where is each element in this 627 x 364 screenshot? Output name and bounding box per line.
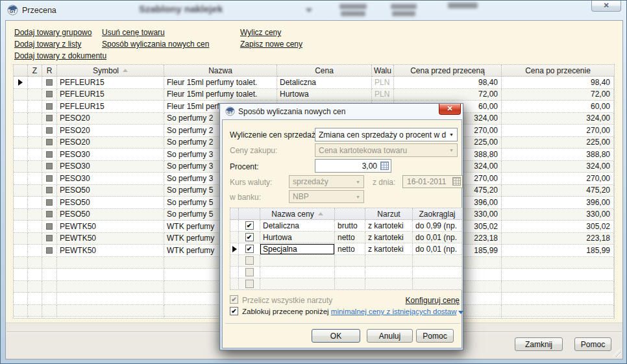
price-header-nazwa-label: Nazwa ceny [271,210,314,219]
header-symbol[interactable]: Symbol [57,65,164,77]
row-status-icon [46,151,53,158]
price-row-checkbox-cell: ✔ [239,243,260,255]
row-marker-cell [14,221,28,233]
link-dodaj-towary-grupowo[interactable]: Dodaj towary grupowo [14,27,106,38]
z-dnia-value: 16-01-2011 [407,177,447,186]
pomoc-button[interactable]: Pomoc [574,337,611,351]
link-usun-cene-towaru[interactable]: Usuń cenę towaru [102,27,209,38]
ok-button[interactable]: OK [312,329,360,343]
price-cell-narzut: z kartoteki [365,220,413,232]
window-close-button[interactable]: ✕ [591,1,621,12]
price-header-zaokraglaj[interactable]: Zaokrąglaj [413,208,461,220]
cell-r [42,77,57,89]
row-status-icon [46,103,53,110]
header-waluta[interactable]: Walu [372,65,394,77]
price-checkbox-disabled [245,268,254,276]
price-cell-zaokraglaj: do 0,99 (np. [413,220,461,232]
zamknij-button[interactable]: Zamknij [515,337,563,351]
cell-waluta: PLN [372,89,394,101]
empty-cell [502,293,614,305]
header-cena-po[interactable]: Cena po przecenie [502,65,614,77]
price-cell-nazwa [260,243,335,255]
price-checkbox[interactable]: ✔ [245,245,254,253]
sort-ascending-icon [318,212,323,215]
empty-cell [239,267,260,278]
dialog-titlebar[interactable]: GT Sposób wyliczania nowych cen ✕ [220,104,463,119]
wyliczenie-combobox[interactable]: Zmiana cen sprzedaży o procent w dół ▼ [315,128,458,141]
cell-symbol: PESO50 [57,185,164,197]
app-icon-gt: GT [7,5,18,16]
row-marker-cell [14,89,28,101]
procent-label: Procent: [230,162,259,171]
link-wylicz-ceny[interactable]: Wylicz ceny [240,27,302,38]
link-dodaj-towary-z-listy[interactable]: Dodaj towary z listy [14,38,106,50]
current-row-marker-icon [232,246,237,252]
table-row[interactable]: PEFLEUR15Fleur 15ml perfumy toalet.Hurto… [14,89,614,101]
row-marker-cell [14,197,28,209]
calculator-icon[interactable] [380,162,389,170]
cell-cena-po: 388,80 [502,149,614,161]
row-status-icon [46,139,53,145]
minimalna-cena-link[interactable]: minimalnej ceny z istniejących dostaw [331,308,457,315]
cell-symbol: PESO50 [57,209,164,221]
price-cell-narzut: z kartoteki [365,243,413,255]
close-icon: ✕ [603,1,609,9]
header-cena-przed[interactable]: Cena przed przeceną [394,65,502,77]
header-r[interactable]: R [42,65,57,77]
row-status-icon [46,199,53,206]
price-checkbox[interactable]: ✔ [245,233,254,241]
empty-cell [57,317,164,319]
cell-symbol: PEWTK50 [57,221,164,233]
chevron-down-icon[interactable] [458,311,463,314]
dialog-pomoc-button[interactable]: Pomoc [416,329,454,343]
link-column-1: Dodaj towary grupowo Dodaj towary z list… [14,27,106,62]
cell-cena-po: 72,00 [502,89,614,101]
cell-cena: Detaliczna [277,77,372,89]
link-zapisz-nowe-ceny[interactable]: Zapisz nowe ceny [240,38,302,50]
price-checkbox[interactable]: ✔ [245,221,254,230]
header-nazwa[interactable]: Nazwa [164,65,277,77]
kurs-waluty-label: Kurs waluty: [230,178,272,187]
cell-cena-po: 60,00 [502,101,614,113]
price-cell-mode: netto [335,243,365,255]
zablokuj-checkbox[interactable]: ✔ [230,307,238,315]
chevron-down-icon: ▼ [446,148,457,152]
header-cena[interactable]: Cena [277,65,372,77]
zablokuj-label: Zablokuj przecenę poniżej minimalnej cen… [242,308,463,315]
resize-grip[interactable] [612,348,621,357]
dialog-close-button[interactable]: ✕ [439,104,461,115]
price-table-row[interactable]: ✔Hurtowanettoz kartotekido 0,01 (np. [230,232,461,243]
w-banku-combobox: NBP ▼ [289,190,364,203]
calendar-icon [452,177,461,186]
price-table-row[interactable]: ✔Detalicznabruttoz kartotekido 0,99 (np. [230,220,461,232]
cell-z [28,77,42,89]
price-header-nazwa-ceny[interactable]: Nazwa ceny [260,208,335,220]
price-name-editor[interactable] [260,244,334,254]
cell-cena-po: 324,00 [502,113,614,125]
header-marker[interactable] [14,65,28,77]
price-header-narzut[interactable]: Narzut [365,208,413,220]
price-cell-nazwa: Detaliczna [260,220,335,232]
link-dodaj-towary-z-dokumentu[interactable]: Dodaj towary z dokumentu [14,50,106,62]
table-row[interactable]: PEFLEUR15Fleur 15ml perfumy toalet.Detal… [14,77,614,89]
anuluj-button[interactable]: Anuluj [367,329,413,343]
empty-cell [42,257,57,269]
dialog-app-icon-gt: GT [225,106,235,116]
konfiguruj-cene-link[interactable]: Konfiguruj cenę [406,296,460,305]
empty-cell [42,317,57,319]
header-z[interactable]: Z [28,65,42,77]
ceny-zakupu-value: Cena kartotekowa towaru [315,146,446,155]
price-table-row[interactable]: ✔nettoz kartotekido 0,01 (np. [230,243,461,255]
link-sposob-wyliczania[interactable]: Sposób wyliczania nowych cen [102,38,209,50]
row-status-icon [46,223,53,230]
cell-symbol: PEWTK50 [57,245,164,257]
price-row-marker-cell [230,243,239,255]
cell-symbol: PEFLEUR15 [57,89,164,101]
window-titlebar[interactable]: Szablony naklejek GT Przecena ✕ [1,1,626,20]
chevron-down-icon: ▼ [352,180,363,184]
empty-cell [230,278,239,290]
price-header-mode[interactable] [335,208,365,220]
wyliczenie-value: Zmiana cen sprzedaży o procent w dół [315,130,446,140]
dialog-sposob-wyliczania: GT Sposób wyliczania nowych cen ✕ Wylicz… [219,103,463,350]
empty-cell [260,255,335,267]
